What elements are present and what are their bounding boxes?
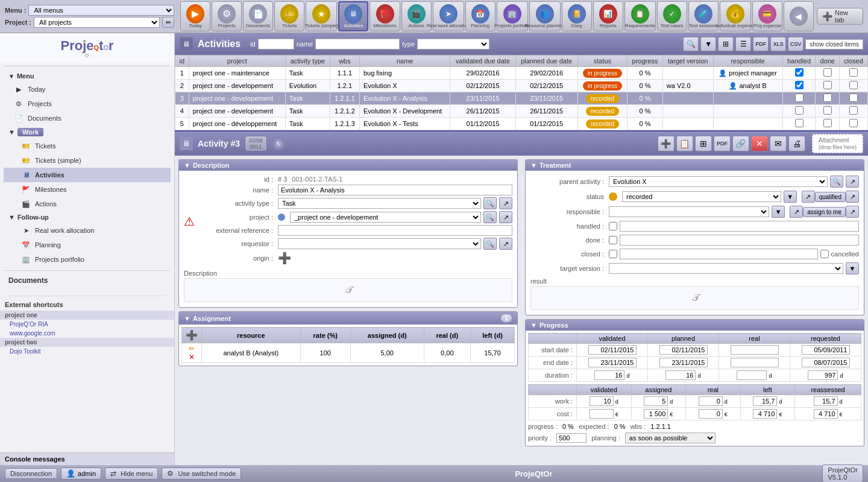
copy-btn[interactable]: 📋 bbox=[676, 136, 693, 151]
disconnect-btn[interactable]: Disconnection bbox=[5, 468, 57, 479]
activity-type-search-btn[interactable]: 🔍 bbox=[483, 197, 497, 209]
handled-checkbox[interactable] bbox=[795, 119, 804, 127]
work-left-input[interactable] bbox=[753, 396, 777, 406]
activity-type-goto-btn[interactable]: ↗ bbox=[499, 197, 512, 209]
description-toggle[interactable]: ▼ bbox=[184, 162, 190, 169]
name-filter-input[interactable] bbox=[315, 39, 400, 49]
done-checkbox[interactable] bbox=[823, 94, 832, 102]
closed-checkbox[interactable] bbox=[849, 94, 858, 102]
col-handled[interactable]: handled bbox=[782, 55, 816, 67]
col-project[interactable]: project bbox=[189, 55, 285, 67]
id-filter-input[interactable] bbox=[258, 39, 294, 49]
refresh-icon[interactable]: ↻ bbox=[272, 137, 285, 150]
sidebar-item-projects-portfolio[interactable]: 🏢 Projects portfolio bbox=[4, 252, 171, 267]
cost-real-input[interactable] bbox=[699, 409, 723, 419]
closed-field-checkbox[interactable] bbox=[609, 250, 617, 258]
cost-left-input[interactable] bbox=[753, 409, 777, 419]
assignment-toggle[interactable]: ▼ bbox=[184, 315, 190, 322]
done-checkbox[interactable] bbox=[823, 119, 832, 127]
proj-expense-btn[interactable]: 💳 Proj expense bbox=[752, 1, 782, 31]
grid-btn[interactable]: ⊞ bbox=[718, 37, 734, 51]
progress-toggle[interactable]: ▼ bbox=[530, 322, 537, 329]
responsible-select[interactable] bbox=[609, 206, 769, 217]
cancelled-checkbox[interactable] bbox=[820, 250, 829, 258]
target-version-expand-btn[interactable]: ▼ bbox=[846, 262, 859, 274]
menu-select[interactable]: All menus bbox=[28, 5, 174, 16]
show-closed-btn[interactable]: show closed items bbox=[805, 39, 863, 49]
cost-assigned-input[interactable] bbox=[644, 409, 668, 419]
col-closed[interactable]: closed bbox=[839, 55, 867, 67]
sidebar-followup-group[interactable]: ▼ Follow-up bbox=[4, 211, 171, 223]
individual-expense-btn[interactable]: 💰 Individual expense bbox=[720, 1, 751, 31]
col-done[interactable]: done bbox=[816, 55, 839, 67]
end-planned-input[interactable] bbox=[659, 358, 708, 367]
target-version-select[interactable] bbox=[609, 263, 843, 274]
external-ref-input[interactable] bbox=[278, 225, 512, 236]
planning-btn[interactable]: 📅 Planning bbox=[465, 1, 495, 31]
treatment-toggle[interactable]: ▼ bbox=[530, 162, 537, 169]
closed-checkbox[interactable] bbox=[849, 119, 858, 127]
sidebar-item-milestones[interactable]: 🚩 Milestones bbox=[4, 182, 171, 197]
dur-planned-input[interactable] bbox=[665, 370, 696, 380]
sidebar-item-activities[interactable]: 🖥 Activities bbox=[4, 168, 171, 182]
tickets-simple-btn[interactable]: ★ Tickets (simple) bbox=[306, 1, 337, 31]
start-requested-input[interactable] bbox=[802, 345, 850, 355]
closed-checkbox[interactable] bbox=[849, 106, 858, 115]
done-date-input[interactable] bbox=[620, 235, 859, 246]
activity-type-select[interactable]: Task bbox=[278, 198, 481, 209]
work-assigned-input[interactable] bbox=[644, 396, 668, 406]
list-btn[interactable]: ☰ bbox=[735, 37, 751, 51]
planning-select[interactable]: as soon as possible bbox=[625, 433, 715, 443]
col-id[interactable]: id bbox=[175, 55, 189, 67]
col-activity-type[interactable]: activity type bbox=[285, 55, 330, 67]
dojo-toolkit-link[interactable]: Dojo Toolkit bbox=[0, 347, 174, 356]
col-name[interactable]: name bbox=[359, 55, 450, 67]
assign-me-link-btn[interactable]: ↗ bbox=[846, 206, 859, 218]
parent-search-btn[interactable]: 🔍 bbox=[830, 176, 843, 188]
done-checkbox[interactable] bbox=[823, 81, 832, 89]
pdf-btn[interactable]: PDF bbox=[753, 37, 769, 51]
sidebar-item-tickets-simple[interactable]: 🎫 Tickets (simple) bbox=[4, 153, 171, 168]
responsible-expand-btn[interactable]: ▼ bbox=[772, 206, 785, 218]
work-real-input[interactable] bbox=[699, 396, 723, 406]
origin-add-btn[interactable]: ➕ bbox=[278, 252, 291, 265]
requestor-goto-btn[interactable]: ↗ bbox=[499, 238, 512, 250]
assign-me-btn[interactable]: assign to me bbox=[803, 207, 846, 217]
done-checkbox[interactable] bbox=[823, 68, 832, 77]
col-validated-due[interactable]: validated due date bbox=[450, 55, 515, 67]
filter-btn[interactable]: ▼ bbox=[700, 37, 716, 51]
priority-input[interactable] bbox=[556, 433, 587, 443]
status-select[interactable]: recorded bbox=[622, 191, 781, 202]
project-select-field[interactable]: _project one - developement bbox=[290, 212, 481, 223]
sidebar-item-documents[interactable]: 📄 Documents bbox=[4, 111, 171, 125]
done-checkbox[interactable] bbox=[823, 106, 832, 115]
start-real-input[interactable] bbox=[731, 345, 779, 355]
handled-checkbox[interactable] bbox=[795, 81, 804, 89]
col-wbs[interactable]: wbs bbox=[330, 55, 359, 67]
search-btn[interactable]: 🔍 bbox=[683, 37, 699, 51]
handled-checkbox[interactable] bbox=[795, 94, 804, 102]
xls-btn[interactable]: XLS bbox=[770, 37, 786, 51]
cost-validated-input[interactable] bbox=[590, 409, 614, 419]
requestor-select[interactable] bbox=[278, 238, 481, 249]
description-editor[interactable]: 𝒯 bbox=[184, 278, 512, 302]
hide-menu-btn[interactable]: ⇄ Hide menu bbox=[105, 468, 158, 480]
today-btn[interactable]: ▶ Today bbox=[180, 1, 210, 31]
print-btn[interactable]: 🖨 bbox=[788, 136, 805, 151]
handled-field-checkbox[interactable] bbox=[609, 222, 617, 230]
projects-btn[interactable]: ⚙ Projects bbox=[212, 1, 242, 31]
handled-checkbox[interactable] bbox=[795, 68, 804, 77]
project-search-btn[interactable]: 🔍 bbox=[483, 211, 497, 223]
dur-real-input[interactable] bbox=[737, 370, 767, 380]
table-row[interactable]: 1 project one - maintenance Task 1.1.1 b… bbox=[175, 67, 868, 80]
new-tab-btn[interactable]: ➕ New tab bbox=[817, 8, 863, 25]
csv-btn[interactable]: CSV bbox=[788, 37, 804, 51]
start-planned-input[interactable] bbox=[659, 345, 708, 355]
sidebar-work-group[interactable]: ▼ Work bbox=[4, 125, 171, 139]
qualified-goto-btn[interactable]: ↗ bbox=[802, 191, 815, 203]
real-work-btn[interactable]: ➤ Real work allocation bbox=[433, 1, 464, 31]
type-filter-select[interactable] bbox=[417, 39, 489, 49]
closed-date-input[interactable] bbox=[620, 249, 818, 259]
link-btn[interactable]: 🔗 bbox=[732, 136, 749, 151]
edit-project-btn[interactable]: ✏ bbox=[162, 17, 174, 28]
